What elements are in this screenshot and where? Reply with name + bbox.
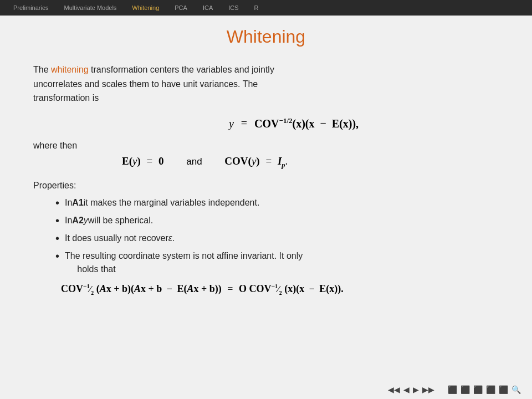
nav-bar: Preliminaries Multivariate Models Whiten… — [0, 0, 532, 16]
property-a1: In A1 it makes the marginal variables in… — [55, 196, 499, 209]
nav-arrow-right[interactable]: ▶ — [413, 385, 419, 395]
bottom-formula: COV−1⁄2 (Ax + b)(Ax + b − E(Ax + b)) = O… — [61, 283, 499, 296]
nav-item-ics[interactable]: ICS — [221, 4, 246, 11]
nav-item-ica[interactable]: ICA — [195, 4, 221, 11]
nav-arrow-right-right[interactable]: ▶▶ — [422, 385, 434, 395]
nav-item-whitening[interactable]: Whitening — [124, 4, 167, 11]
properties-list: In A1 it makes the marginal variables in… — [55, 196, 499, 276]
main-content: Whitening The whitening transformation c… — [0, 16, 532, 307]
nav-item-preliminaries[interactable]: Preliminaries — [6, 4, 57, 11]
nav-icon-5[interactable]: ⬛ — [499, 385, 508, 395]
property-affine: The resulting coordinate system is not a… — [55, 249, 499, 276]
nav-icon-1[interactable]: ⬛ — [448, 385, 457, 395]
bottom-navigation: ◀◀ ◀ ▶ ▶▶ ⬛ ⬛ ⬛ ⬛ ⬛ 🔍 — [388, 385, 521, 395]
formula-second: E(y) = 0 and COV(y) = Ip. — [122, 155, 499, 170]
page-title: Whitening — [33, 27, 499, 47]
nav-item-pca[interactable]: PCA — [167, 4, 195, 11]
nav-item-multivariate[interactable]: Multivariate Models — [57, 4, 125, 11]
property-a2: In A2 y will be spherical. — [55, 214, 499, 227]
property-epsilon: It does usually not recover ε. — [55, 232, 499, 245]
formula-main: y = COV−1/2(x)(x − E(x)), — [89, 116, 499, 130]
nav-arrow-left[interactable]: ◀ — [403, 385, 410, 395]
nav-icon-2[interactable]: ⬛ — [461, 385, 470, 395]
intro-paragraph: The whitening transformation centers the… — [33, 63, 499, 105]
highlight-whitening: whitening — [51, 65, 89, 74]
nav-icon-4[interactable]: ⬛ — [486, 385, 495, 395]
nav-item-r[interactable]: R — [247, 4, 267, 11]
nav-arrow-left-left[interactable]: ◀◀ — [388, 385, 400, 395]
where-then-label: where then — [33, 141, 499, 151]
nav-icon-3[interactable]: ⬛ — [473, 385, 483, 395]
properties-label: Properties: — [33, 181, 499, 191]
nav-search[interactable]: 🔍 — [511, 385, 521, 395]
